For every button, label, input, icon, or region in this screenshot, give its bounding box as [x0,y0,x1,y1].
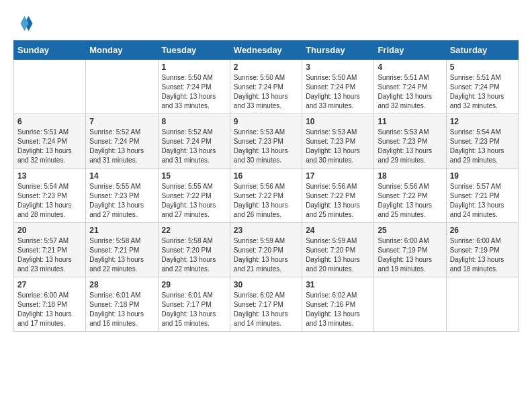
calendar-cell: 22Sunrise: 5:58 AM Sunset: 7:20 PM Dayli… [158,223,230,277]
day-number: 10 [306,117,370,126]
day-info: Sunrise: 5:56 AM Sunset: 7:22 PM Dayligh… [234,182,298,220]
calendar-cell: 10Sunrise: 5:53 AM Sunset: 7:23 PM Dayli… [302,114,374,169]
day-info: Sunrise: 5:51 AM Sunset: 7:24 PM Dayligh… [17,128,82,165]
day-number: 21 [89,226,154,235]
day-info: Sunrise: 5:53 AM Sunset: 7:23 PM Dayligh… [306,128,370,165]
day-number: 2 [234,62,298,72]
day-info: Sunrise: 5:55 AM Sunset: 7:22 PM Dayligh… [162,182,226,220]
day-info: Sunrise: 5:53 AM Sunset: 7:23 PM Dayligh… [234,128,298,165]
day-number: 19 [450,171,515,181]
day-info: Sunrise: 5:57 AM Sunset: 7:21 PM Dayligh… [450,182,515,220]
day-number: 31 [306,280,370,289]
day-number: 20 [17,226,82,235]
calendar-cell: 26Sunrise: 6:00 AM Sunset: 7:19 PM Dayli… [446,223,518,277]
calendar-cell: 25Sunrise: 6:00 AM Sunset: 7:19 PM Dayli… [374,223,446,277]
weekday-header-tuesday: Tuesday [158,41,230,60]
calendar-cell: 17Sunrise: 5:56 AM Sunset: 7:22 PM Dayli… [302,169,374,223]
calendar-cell: 14Sunrise: 5:55 AM Sunset: 7:23 PM Dayli… [86,169,158,223]
day-info: Sunrise: 5:52 AM Sunset: 7:24 PM Dayligh… [162,128,226,165]
day-info: Sunrise: 5:54 AM Sunset: 7:23 PM Dayligh… [450,128,515,165]
calendar-cell: 7Sunrise: 5:52 AM Sunset: 7:24 PM Daylig… [86,114,158,169]
calendar-cell: 5Sunrise: 5:51 AM Sunset: 7:24 PM Daylig… [446,60,518,114]
calendar-table: SundayMondayTuesdayWednesdayThursdayFrid… [13,40,519,332]
day-info: Sunrise: 5:52 AM Sunset: 7:24 PM Dayligh… [89,128,154,165]
day-number: 28 [89,280,154,289]
day-info: Sunrise: 5:59 AM Sunset: 7:20 PM Dayligh… [306,236,370,274]
day-number: 27 [17,280,82,289]
calendar-cell [14,60,86,114]
day-info: Sunrise: 6:00 AM Sunset: 7:18 PM Dayligh… [17,291,82,328]
calendar-cell: 16Sunrise: 5:56 AM Sunset: 7:22 PM Dayli… [230,169,302,223]
day-info: Sunrise: 6:01 AM Sunset: 7:17 PM Dayligh… [162,291,226,328]
weekday-header-saturday: Saturday [446,41,518,60]
day-info: Sunrise: 5:50 AM Sunset: 7:24 PM Dayligh… [162,73,226,111]
day-info: Sunrise: 5:57 AM Sunset: 7:21 PM Dayligh… [17,236,82,274]
day-number: 16 [234,171,298,181]
day-number: 29 [162,280,226,289]
day-info: Sunrise: 6:02 AM Sunset: 7:16 PM Dayligh… [306,291,370,328]
calendar-cell: 21Sunrise: 5:58 AM Sunset: 7:21 PM Dayli… [86,223,158,277]
day-number: 15 [162,171,226,181]
calendar-cell: 13Sunrise: 5:54 AM Sunset: 7:23 PM Dayli… [14,169,86,223]
calendar-cell: 27Sunrise: 6:00 AM Sunset: 7:18 PM Dayli… [14,277,86,332]
day-number: 11 [378,117,442,126]
logo-icon [13,13,34,34]
day-info: Sunrise: 5:51 AM Sunset: 7:24 PM Dayligh… [450,73,515,111]
weekday-header-monday: Monday [86,41,158,60]
calendar-week-1: 1Sunrise: 5:50 AM Sunset: 7:24 PM Daylig… [14,60,519,114]
calendar-week-4: 20Sunrise: 5:57 AM Sunset: 7:21 PM Dayli… [14,223,519,277]
calendar-cell: 31Sunrise: 6:02 AM Sunset: 7:16 PM Dayli… [302,277,374,332]
day-number: 24 [306,226,370,235]
day-number: 1 [162,62,226,72]
day-number: 22 [162,226,226,235]
calendar-cell: 11Sunrise: 5:53 AM Sunset: 7:23 PM Dayli… [374,114,446,169]
day-number: 7 [89,117,154,126]
day-number: 30 [234,280,298,289]
calendar-week-2: 6Sunrise: 5:51 AM Sunset: 7:24 PM Daylig… [14,114,519,169]
day-number: 5 [450,62,515,72]
day-number: 8 [162,117,226,126]
day-info: Sunrise: 5:51 AM Sunset: 7:24 PM Dayligh… [378,73,442,111]
weekday-row: SundayMondayTuesdayWednesdayThursdayFrid… [14,41,519,60]
calendar-header: SundayMondayTuesdayWednesdayThursdayFrid… [14,41,519,60]
day-info: Sunrise: 6:00 AM Sunset: 7:19 PM Dayligh… [378,236,442,274]
day-info: Sunrise: 5:53 AM Sunset: 7:23 PM Dayligh… [378,128,442,165]
day-number: 25 [378,226,442,235]
calendar-cell: 6Sunrise: 5:51 AM Sunset: 7:24 PM Daylig… [14,114,86,169]
day-info: Sunrise: 5:50 AM Sunset: 7:24 PM Dayligh… [306,73,370,111]
day-info: Sunrise: 5:56 AM Sunset: 7:22 PM Dayligh… [306,182,370,220]
day-info: Sunrise: 5:55 AM Sunset: 7:23 PM Dayligh… [89,182,154,220]
calendar-week-5: 27Sunrise: 6:00 AM Sunset: 7:18 PM Dayli… [14,277,519,332]
calendar-cell [86,60,158,114]
weekday-header-wednesday: Wednesday [230,41,302,60]
day-info: Sunrise: 5:54 AM Sunset: 7:23 PM Dayligh… [17,182,82,220]
day-info: Sunrise: 5:59 AM Sunset: 7:20 PM Dayligh… [234,236,298,274]
day-number: 9 [234,117,298,126]
day-info: Sunrise: 5:58 AM Sunset: 7:21 PM Dayligh… [89,236,154,274]
day-number: 18 [378,171,442,181]
day-number: 17 [306,171,370,181]
weekday-header-thursday: Thursday [302,41,374,60]
calendar-cell: 23Sunrise: 5:59 AM Sunset: 7:20 PM Dayli… [230,223,302,277]
day-info: Sunrise: 6:02 AM Sunset: 7:17 PM Dayligh… [234,291,298,328]
day-number: 12 [450,117,515,126]
logo [13,13,36,34]
day-number: 26 [450,226,515,235]
calendar-cell [374,277,446,332]
calendar-cell: 12Sunrise: 5:54 AM Sunset: 7:23 PM Dayli… [446,114,518,169]
calendar-cell: 15Sunrise: 5:55 AM Sunset: 7:22 PM Dayli… [158,169,230,223]
day-info: Sunrise: 5:50 AM Sunset: 7:24 PM Dayligh… [234,73,298,111]
calendar-cell: 19Sunrise: 5:57 AM Sunset: 7:21 PM Dayli… [446,169,518,223]
day-number: 3 [306,62,370,72]
calendar-cell: 30Sunrise: 6:02 AM Sunset: 7:17 PM Dayli… [230,277,302,332]
calendar-cell: 24Sunrise: 5:59 AM Sunset: 7:20 PM Dayli… [302,223,374,277]
calendar-cell: 18Sunrise: 5:56 AM Sunset: 7:22 PM Dayli… [374,169,446,223]
calendar-cell: 2Sunrise: 5:50 AM Sunset: 7:24 PM Daylig… [230,60,302,114]
calendar-cell: 20Sunrise: 5:57 AM Sunset: 7:21 PM Dayli… [14,223,86,277]
day-number: 13 [17,171,82,181]
calendar-cell: 9Sunrise: 5:53 AM Sunset: 7:23 PM Daylig… [230,114,302,169]
calendar-cell: 29Sunrise: 6:01 AM Sunset: 7:17 PM Dayli… [158,277,230,332]
calendar-cell: 8Sunrise: 5:52 AM Sunset: 7:24 PM Daylig… [158,114,230,169]
weekday-header-sunday: Sunday [14,41,86,60]
calendar-cell: 1Sunrise: 5:50 AM Sunset: 7:24 PM Daylig… [158,60,230,114]
